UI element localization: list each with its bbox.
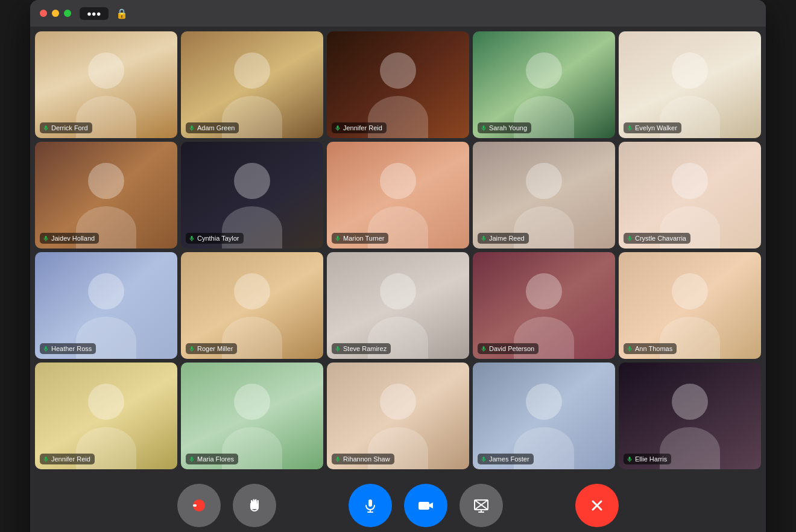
mic-icon-circle <box>349 484 392 527</box>
mic-icon <box>627 346 633 352</box>
camera-icon-circle <box>404 484 447 527</box>
mic-icon <box>189 346 195 352</box>
participant-name: Ellie Harris <box>635 455 667 463</box>
svg-rect-36 <box>483 457 485 460</box>
svg-rect-22 <box>191 346 193 350</box>
video-meeting-window: ●●● 🔒 Derrick Ford Adam Green Jennifer R… <box>30 0 766 532</box>
video-grid: Derrick Ford Adam Green Jennifer Reid Sa… <box>35 31 761 469</box>
record-icon-circle <box>177 484 221 527</box>
video-grid-area: Derrick Ford Adam Green Jennifer Reid Sa… <box>30 27 766 474</box>
name-badge: Derrick Ford <box>40 122 92 133</box>
svg-rect-14 <box>337 236 339 239</box>
camera-button[interactable]: Camera <box>404 484 447 532</box>
svg-rect-48 <box>368 499 372 507</box>
mic-icon <box>43 125 49 131</box>
svg-rect-44 <box>253 499 255 505</box>
name-badge: Cynthia Taylor <box>186 233 244 244</box>
title-badge: ●●● <box>80 7 109 20</box>
name-badge: James Foster <box>478 454 534 464</box>
participant-name: Ann Thomas <box>635 345 672 352</box>
mic-icon <box>43 235 49 241</box>
participant-name: Derrick Ford <box>51 124 88 131</box>
hand-icon-circle <box>233 484 276 527</box>
svg-rect-45 <box>255 499 257 505</box>
video-cell: Derrick Ford <box>35 31 177 138</box>
svg-rect-18 <box>629 236 631 239</box>
share-icon-circle <box>460 484 503 527</box>
svg-rect-32 <box>191 457 193 460</box>
svg-rect-38 <box>629 457 631 460</box>
mic-icon <box>627 235 633 241</box>
name-badge: Roger Miller <box>186 343 237 354</box>
participant-name: Roger Miller <box>197 345 233 352</box>
video-cell: David Peterson <box>473 252 615 359</box>
name-badge: Evelyn Walker <box>624 122 681 133</box>
participant-name: Adam Green <box>197 124 235 131</box>
mic-button[interactable]: Mic <box>349 484 392 532</box>
participant-name: Marion Turner <box>343 235 384 242</box>
svg-rect-43 <box>251 500 253 504</box>
video-cell: Crystle Chavarria <box>619 142 761 249</box>
participant-name: Cynthia Taylor <box>197 235 239 242</box>
lock-icon: 🔒 <box>116 8 128 19</box>
name-badge: Marion Turner <box>332 233 388 244</box>
name-badge: Ann Thomas <box>624 343 677 354</box>
participant-name: Jennifer Reid <box>343 124 382 131</box>
svg-rect-26 <box>483 346 485 350</box>
video-cell: Evelyn Walker <box>619 31 761 138</box>
hand-button[interactable]: Hand <box>233 484 276 532</box>
toolbar: Record Hand <box>30 474 766 532</box>
svg-rect-6 <box>483 125 485 129</box>
mic-icon <box>481 125 487 131</box>
mic-icon <box>189 235 195 241</box>
video-cell: Cynthia Taylor <box>181 142 323 249</box>
participant-name: Maria Flores <box>197 455 234 463</box>
name-badge: Steve Ramirez <box>332 343 391 354</box>
svg-rect-12 <box>191 236 193 239</box>
participant-name: Jennifer Reid <box>51 455 90 463</box>
mic-icon <box>627 125 633 131</box>
mic-icon <box>43 456 49 462</box>
name-badge: Adam Green <box>186 122 239 133</box>
participant-name: Heather Ross <box>51 345 92 352</box>
mic-icon <box>189 456 195 462</box>
close-button[interactable] <box>40 10 47 17</box>
participant-name: Steve Ramirez <box>343 345 387 352</box>
participant-name: James Foster <box>489 455 529 463</box>
minimize-button[interactable] <box>52 10 59 17</box>
titlebar: ●●● 🔒 <box>30 0 766 27</box>
mic-icon <box>481 346 487 352</box>
name-badge: Jaime Reed <box>478 233 529 244</box>
video-cell: James Foster <box>473 363 615 469</box>
mic-icon <box>43 346 49 352</box>
name-badge: Jennifer Reid <box>40 454 95 464</box>
video-cell: Heather Ross <box>35 252 177 359</box>
name-badge: Maria Flores <box>186 454 238 464</box>
participant-name: Sarah Young <box>489 124 527 131</box>
maximize-button[interactable] <box>64 10 71 17</box>
participant-name: Rihannon Shaw <box>343 455 390 463</box>
video-cell: Jennifer Reid <box>327 31 469 138</box>
participant-name: Crystle Chavarria <box>635 235 686 242</box>
name-badge: Sarah Young <box>478 122 531 133</box>
mic-icon <box>189 125 195 131</box>
mic-icon <box>481 456 487 462</box>
video-cell: Roger Miller <box>181 252 323 359</box>
svg-rect-47 <box>251 504 259 509</box>
video-cell: Jaidev Holland <box>35 142 177 249</box>
video-cell: Adam Green <box>181 31 323 138</box>
leave-button[interactable]: Leave <box>575 484 619 532</box>
video-cell: Jennifer Reid <box>35 363 177 469</box>
video-cell: Jaime Reed <box>473 142 615 249</box>
svg-rect-16 <box>483 236 485 239</box>
svg-rect-4 <box>337 125 339 129</box>
video-cell: Maria Flores <box>181 363 323 469</box>
share-button[interactable]: Share <box>460 484 503 532</box>
record-button[interactable]: Record <box>177 484 221 532</box>
svg-rect-30 <box>45 457 47 460</box>
participant-name: Jaidev Holland <box>51 235 95 242</box>
svg-rect-24 <box>337 346 339 350</box>
svg-rect-0 <box>45 125 47 129</box>
video-cell: Rihannon Shaw <box>327 363 469 469</box>
video-cell: Ellie Harris <box>619 363 761 469</box>
